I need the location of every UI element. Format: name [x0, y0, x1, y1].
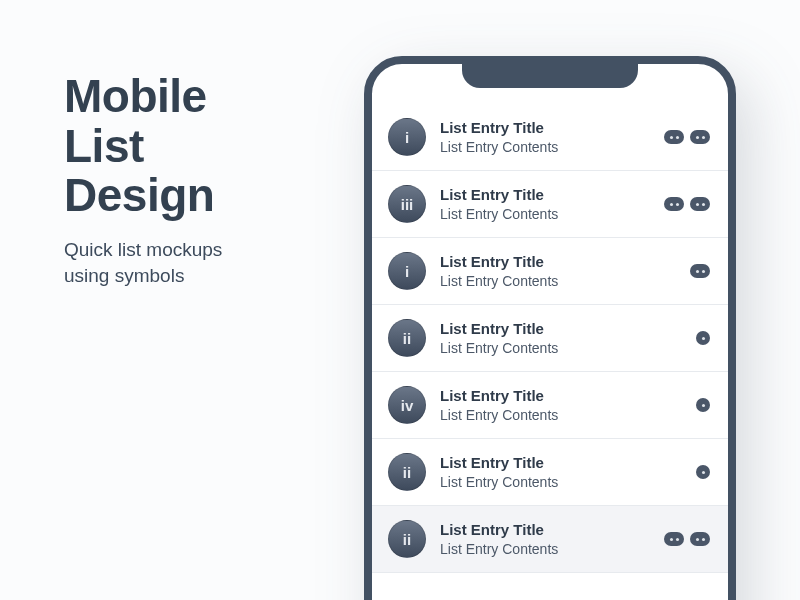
list-item-title: List Entry Title: [440, 454, 682, 472]
list-item[interactable]: iiiList Entry TitleList Entry Contents: [372, 171, 728, 238]
list-item-subtitle: List Entry Contents: [440, 206, 650, 222]
page-title: Mobile List Design: [64, 72, 222, 221]
list-item[interactable]: iList Entry TitleList Entry Contents: [372, 104, 728, 171]
page-subtitle: Quick list mockups using symbols: [64, 237, 222, 288]
list-item-badge: ii: [388, 520, 426, 558]
phone-screen: iList Entry TitleList Entry ContentsiiiL…: [372, 104, 728, 600]
more-icon[interactable]: [690, 130, 710, 144]
list-item-badge: i: [388, 252, 426, 290]
list-item-text: List Entry TitleList Entry Contents: [440, 521, 650, 557]
list-item-badge: ii: [388, 319, 426, 357]
more-icon[interactable]: [696, 398, 710, 412]
list-item-subtitle: List Entry Contents: [440, 407, 682, 423]
list-item-actions: [690, 264, 710, 278]
list-item[interactable]: iiList Entry TitleList Entry Contents: [372, 305, 728, 372]
list-item[interactable]: iList Entry TitleList Entry Contents: [372, 238, 728, 305]
list-item[interactable]: ivList Entry TitleList Entry Contents: [372, 372, 728, 439]
title-line: List: [64, 120, 144, 172]
list-item-title: List Entry Title: [440, 521, 650, 539]
list-item-text: List Entry TitleList Entry Contents: [440, 186, 650, 222]
more-icon[interactable]: [690, 532, 710, 546]
phone-mockup: iList Entry TitleList Entry ContentsiiiL…: [364, 56, 736, 600]
list-item-subtitle: List Entry Contents: [440, 139, 650, 155]
more-icon[interactable]: [696, 331, 710, 345]
more-icon[interactable]: [696, 465, 710, 479]
list-item-actions: [696, 331, 710, 345]
list-item[interactable]: iiList Entry TitleList Entry Contents: [372, 439, 728, 506]
subtitle-line: using symbols: [64, 265, 184, 286]
title-line: Mobile: [64, 70, 207, 122]
list-item-subtitle: List Entry Contents: [440, 541, 650, 557]
more-icon[interactable]: [664, 197, 684, 211]
more-icon[interactable]: [690, 197, 710, 211]
list-item-badge: iii: [388, 185, 426, 223]
list-item-badge: ii: [388, 453, 426, 491]
list-item-actions: [664, 532, 710, 546]
headline-block: Mobile List Design Quick list mockups us…: [64, 72, 222, 288]
list-item-actions: [696, 465, 710, 479]
more-icon[interactable]: [664, 532, 684, 546]
list-item-subtitle: List Entry Contents: [440, 340, 682, 356]
list-item-title: List Entry Title: [440, 119, 650, 137]
list-item-actions: [664, 130, 710, 144]
list-item-text: List Entry TitleList Entry Contents: [440, 320, 682, 356]
list-item-actions: [696, 398, 710, 412]
list-item-text: List Entry TitleList Entry Contents: [440, 387, 682, 423]
list-item-text: List Entry TitleList Entry Contents: [440, 454, 682, 490]
more-icon[interactable]: [664, 130, 684, 144]
subtitle-line: Quick list mockups: [64, 239, 222, 260]
list-item-text: List Entry TitleList Entry Contents: [440, 253, 676, 289]
list-item-subtitle: List Entry Contents: [440, 273, 676, 289]
list-item[interactable]: iiList Entry TitleList Entry Contents: [372, 506, 728, 573]
list-item-title: List Entry Title: [440, 186, 650, 204]
list-item-title: List Entry Title: [440, 387, 682, 405]
phone-notch: [462, 62, 638, 88]
list-item-text: List Entry TitleList Entry Contents: [440, 119, 650, 155]
list-item-badge: iv: [388, 386, 426, 424]
title-line: Design: [64, 169, 214, 221]
list-item-badge: i: [388, 118, 426, 156]
phone-frame: iList Entry TitleList Entry ContentsiiiL…: [364, 56, 736, 600]
more-icon[interactable]: [690, 264, 710, 278]
list-item-title: List Entry Title: [440, 320, 682, 338]
list-item-subtitle: List Entry Contents: [440, 474, 682, 490]
list-item-title: List Entry Title: [440, 253, 676, 271]
list-item-actions: [664, 197, 710, 211]
